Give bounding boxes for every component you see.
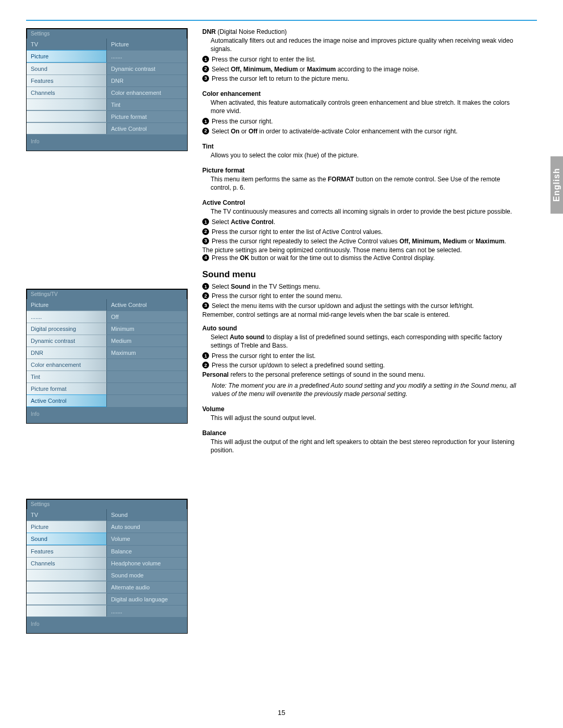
menu-row: Tint xyxy=(27,98,187,110)
menu-row: Active Control xyxy=(27,122,187,134)
feature-desc: This will adjust the sound output level. xyxy=(211,414,516,422)
feature-title: Volume xyxy=(202,405,516,413)
tv-menu-active-control: Settings/TV Picture Active Control .....… xyxy=(26,289,188,424)
step-number-icon: 3 xyxy=(202,75,209,82)
step-text: Press the cursor right repeatedly to sel… xyxy=(212,237,516,245)
step: 1Select Active Control. xyxy=(202,218,516,226)
step-number-icon: 1 xyxy=(202,56,209,63)
step: 1Press the cursor right to enter the lis… xyxy=(202,352,516,360)
menu-left-item: ....... xyxy=(27,311,107,323)
menu-left-item: Active Control xyxy=(27,394,107,407)
feature-title: Auto sound xyxy=(202,325,516,332)
step-number-icon: 2 xyxy=(202,362,209,368)
menu-row: Dynamic contrastMedium xyxy=(27,335,187,347)
menu-breadcrumb: Settings xyxy=(27,499,187,509)
steps: 1Press the cursor right to enter the lis… xyxy=(202,55,516,83)
menu-row: Tint xyxy=(27,371,187,382)
step: 1Press the cursor right. xyxy=(202,117,516,126)
menu-left-item: Color enhancement xyxy=(27,359,107,371)
steps: 1Press the cursor right to enter the lis… xyxy=(202,352,516,378)
feature-desc: This will adjust the output of the right… xyxy=(211,438,516,454)
menu-left-item: Picture format xyxy=(27,382,107,394)
menu-row: SoundDynamic contrast xyxy=(27,63,187,75)
menu-row: Picture format xyxy=(27,382,187,394)
feature-title: Balance xyxy=(202,429,516,437)
menu-body: PictureAuto sound SoundVolume FeaturesBa… xyxy=(27,521,187,617)
menu-right-item: Volume xyxy=(107,533,187,545)
spacer xyxy=(26,446,188,456)
menu-row: SoundVolume xyxy=(27,533,187,545)
step-text: Select Active Control. xyxy=(212,218,516,226)
feature-picture-format: Picture format This menu item performs t… xyxy=(202,167,516,192)
step-text: Press the OK button or wait for the time… xyxy=(212,254,516,262)
menu-row: Digital audio language xyxy=(27,593,187,605)
menu-row: .......Off xyxy=(27,311,187,323)
menu-row: Sound mode xyxy=(27,569,187,581)
step-number-icon: 2 xyxy=(202,228,209,235)
steps: 1Press the cursor right. 2Select On or O… xyxy=(202,117,516,135)
feature-volume: Volume This will adjust the sound output… xyxy=(202,405,516,422)
step-text: Select Sound in the TV Settings menu. xyxy=(212,282,516,291)
menu-row: Digital processingMinimum xyxy=(27,323,187,335)
step: 3Select the menu items with the cursor u… xyxy=(202,302,516,310)
step-text: Select the menu items with the cursor up… xyxy=(212,302,516,310)
menu-right-item: Color enhancement xyxy=(107,87,187,98)
menu-row: PictureAuto sound xyxy=(27,521,187,533)
feature-balance: Balance This will adjust the output of t… xyxy=(202,429,516,454)
feature-active-control: Active Control The TV continuously measu… xyxy=(202,199,516,262)
top-rule xyxy=(26,20,537,21)
left-column: Settings TV Picture Picture....... Sound… xyxy=(26,28,188,634)
step: 2Press the cursor right to enter the lis… xyxy=(202,228,516,236)
menu-breadcrumb: Settings/TV xyxy=(27,289,187,299)
menu-row: Active Control xyxy=(27,394,187,407)
step-text: Press the cursor right to enter the soun… xyxy=(212,292,516,300)
menu-left-item: Picture xyxy=(27,521,107,533)
step-text: Press the cursor right to enter the list… xyxy=(212,352,516,360)
menu-row: FeaturesBalance xyxy=(27,545,187,557)
menu-left-item: Picture xyxy=(27,50,107,63)
menu-header-right: Active Control xyxy=(107,299,187,311)
menu-right-item: Active Control xyxy=(107,122,187,134)
tv-menu-sound: Settings TV Sound PictureAuto sound Soun… xyxy=(26,499,188,634)
step: 1Select Sound in the TV Settings menu. xyxy=(202,282,516,291)
menu-right-item: Balance xyxy=(107,545,187,557)
tv-menu-picture: Settings TV Picture Picture....... Sound… xyxy=(26,28,188,151)
step: 2Select On or Off in order to activate/d… xyxy=(202,127,516,135)
step-text: Select Off, Minimum, Medium or Maximum a… xyxy=(212,65,516,73)
menu-right-item: Medium xyxy=(107,335,187,347)
feature-desc: This menu item performs the same as the … xyxy=(211,175,516,192)
menu-header-left: TV xyxy=(27,509,107,521)
menu-info: Info xyxy=(27,617,187,633)
menu-row: ....... xyxy=(27,605,187,617)
step: 2Press the cursor right to enter the sou… xyxy=(202,292,516,300)
menu-right-item: Headphone volume xyxy=(107,557,187,569)
menu-left-item: Dynamic contrast xyxy=(27,335,107,347)
feature-dnr: DNR (Digital Noise Reduction) Automatica… xyxy=(202,28,516,83)
menu-info: Info xyxy=(27,134,187,151)
step-extra: Remember, control settings are at normal… xyxy=(202,311,516,318)
step-number-icon: 2 xyxy=(202,66,209,72)
feature-desc: When activated, this feature automatical… xyxy=(211,98,516,115)
menu-row: ChannelsColor enhancement xyxy=(27,87,187,98)
menu-left-item: Channels xyxy=(27,557,107,569)
menu-right-item: Minimum xyxy=(107,323,187,335)
section-title-sound-menu: Sound menu xyxy=(202,269,516,280)
menu-header-left: Picture xyxy=(27,299,107,311)
step: 4Press the OK button or wait for the tim… xyxy=(202,254,516,262)
menu-left-item: Sound xyxy=(27,533,107,545)
menu-body: .......Off Digital processingMinimum Dyn… xyxy=(27,311,187,407)
step-number-icon: 2 xyxy=(202,292,209,299)
feature-desc: Select Auto sound to display a list of p… xyxy=(211,333,516,350)
step: 3Press the cursor left to return to the … xyxy=(202,75,516,83)
step-number-icon: 3 xyxy=(202,302,209,309)
menu-left-item: Sound xyxy=(27,63,107,75)
menu-left-item: Digital processing xyxy=(27,323,107,335)
step: 2Select Off, Minimum, Medium or Maximum … xyxy=(202,65,516,73)
step-number-icon: 1 xyxy=(202,283,209,290)
step: 2Press the cursor up/down to select a pr… xyxy=(202,361,516,369)
menu-row: Picture format xyxy=(27,110,187,122)
menu-right-item: Dynamic contrast xyxy=(107,63,187,75)
language-tab: English xyxy=(550,156,563,214)
step: 1Press the cursor right to enter the lis… xyxy=(202,55,516,64)
step-extra: Personal refers to the personal preferen… xyxy=(202,371,516,378)
